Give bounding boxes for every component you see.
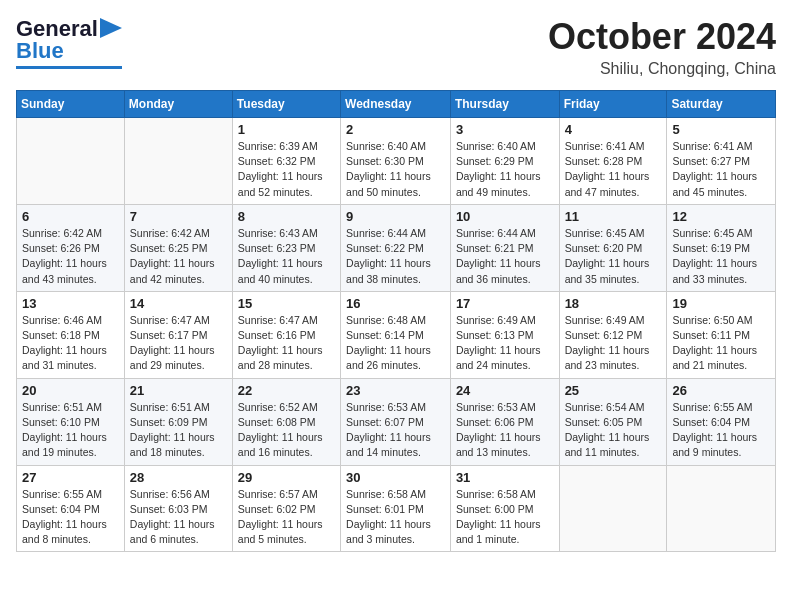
day-number: 29 bbox=[238, 470, 335, 485]
calendar-cell: 22Sunrise: 6:52 AM Sunset: 6:08 PM Dayli… bbox=[232, 378, 340, 465]
week-row-2: 6Sunrise: 6:42 AM Sunset: 6:26 PM Daylig… bbox=[17, 204, 776, 291]
day-detail: Sunrise: 6:52 AM Sunset: 6:08 PM Dayligh… bbox=[238, 400, 335, 461]
day-number: 18 bbox=[565, 296, 662, 311]
col-header-saturday: Saturday bbox=[667, 91, 776, 118]
day-detail: Sunrise: 6:46 AM Sunset: 6:18 PM Dayligh… bbox=[22, 313, 119, 374]
day-detail: Sunrise: 6:49 AM Sunset: 6:12 PM Dayligh… bbox=[565, 313, 662, 374]
calendar-cell: 7Sunrise: 6:42 AM Sunset: 6:25 PM Daylig… bbox=[124, 204, 232, 291]
week-row-4: 20Sunrise: 6:51 AM Sunset: 6:10 PM Dayli… bbox=[17, 378, 776, 465]
day-number: 16 bbox=[346, 296, 445, 311]
logo-underline bbox=[16, 66, 122, 69]
calendar-cell: 16Sunrise: 6:48 AM Sunset: 6:14 PM Dayli… bbox=[341, 291, 451, 378]
calendar-cell bbox=[667, 465, 776, 552]
day-detail: Sunrise: 6:39 AM Sunset: 6:32 PM Dayligh… bbox=[238, 139, 335, 200]
calendar-cell bbox=[559, 465, 667, 552]
calendar-cell: 23Sunrise: 6:53 AM Sunset: 6:07 PM Dayli… bbox=[341, 378, 451, 465]
day-detail: Sunrise: 6:51 AM Sunset: 6:09 PM Dayligh… bbox=[130, 400, 227, 461]
day-detail: Sunrise: 6:45 AM Sunset: 6:19 PM Dayligh… bbox=[672, 226, 770, 287]
calendar-cell: 1Sunrise: 6:39 AM Sunset: 6:32 PM Daylig… bbox=[232, 118, 340, 205]
calendar-cell: 28Sunrise: 6:56 AM Sunset: 6:03 PM Dayli… bbox=[124, 465, 232, 552]
day-detail: Sunrise: 6:58 AM Sunset: 6:01 PM Dayligh… bbox=[346, 487, 445, 548]
day-detail: Sunrise: 6:44 AM Sunset: 6:21 PM Dayligh… bbox=[456, 226, 554, 287]
day-detail: Sunrise: 6:49 AM Sunset: 6:13 PM Dayligh… bbox=[456, 313, 554, 374]
col-header-friday: Friday bbox=[559, 91, 667, 118]
day-detail: Sunrise: 6:55 AM Sunset: 6:04 PM Dayligh… bbox=[22, 487, 119, 548]
day-detail: Sunrise: 6:55 AM Sunset: 6:04 PM Dayligh… bbox=[672, 400, 770, 461]
day-detail: Sunrise: 6:50 AM Sunset: 6:11 PM Dayligh… bbox=[672, 313, 770, 374]
logo: General Blue bbox=[16, 16, 122, 69]
calendar-cell bbox=[17, 118, 125, 205]
day-number: 10 bbox=[456, 209, 554, 224]
day-number: 8 bbox=[238, 209, 335, 224]
day-number: 14 bbox=[130, 296, 227, 311]
calendar-cell: 25Sunrise: 6:54 AM Sunset: 6:05 PM Dayli… bbox=[559, 378, 667, 465]
calendar-cell: 8Sunrise: 6:43 AM Sunset: 6:23 PM Daylig… bbox=[232, 204, 340, 291]
week-row-5: 27Sunrise: 6:55 AM Sunset: 6:04 PM Dayli… bbox=[17, 465, 776, 552]
calendar-cell: 31Sunrise: 6:58 AM Sunset: 6:00 PM Dayli… bbox=[450, 465, 559, 552]
day-detail: Sunrise: 6:40 AM Sunset: 6:30 PM Dayligh… bbox=[346, 139, 445, 200]
logo-icon bbox=[100, 18, 122, 38]
day-detail: Sunrise: 6:47 AM Sunset: 6:17 PM Dayligh… bbox=[130, 313, 227, 374]
day-number: 1 bbox=[238, 122, 335, 137]
day-number: 15 bbox=[238, 296, 335, 311]
day-number: 12 bbox=[672, 209, 770, 224]
day-detail: Sunrise: 6:57 AM Sunset: 6:02 PM Dayligh… bbox=[238, 487, 335, 548]
day-number: 17 bbox=[456, 296, 554, 311]
calendar-cell: 6Sunrise: 6:42 AM Sunset: 6:26 PM Daylig… bbox=[17, 204, 125, 291]
calendar-cell: 5Sunrise: 6:41 AM Sunset: 6:27 PM Daylig… bbox=[667, 118, 776, 205]
day-detail: Sunrise: 6:58 AM Sunset: 6:00 PM Dayligh… bbox=[456, 487, 554, 548]
calendar-cell: 24Sunrise: 6:53 AM Sunset: 6:06 PM Dayli… bbox=[450, 378, 559, 465]
calendar-cell: 21Sunrise: 6:51 AM Sunset: 6:09 PM Dayli… bbox=[124, 378, 232, 465]
calendar-cell: 20Sunrise: 6:51 AM Sunset: 6:10 PM Dayli… bbox=[17, 378, 125, 465]
calendar-table: SundayMondayTuesdayWednesdayThursdayFrid… bbox=[16, 90, 776, 552]
calendar-cell: 13Sunrise: 6:46 AM Sunset: 6:18 PM Dayli… bbox=[17, 291, 125, 378]
calendar-cell: 15Sunrise: 6:47 AM Sunset: 6:16 PM Dayli… bbox=[232, 291, 340, 378]
col-header-monday: Monday bbox=[124, 91, 232, 118]
day-number: 22 bbox=[238, 383, 335, 398]
day-number: 25 bbox=[565, 383, 662, 398]
day-detail: Sunrise: 6:54 AM Sunset: 6:05 PM Dayligh… bbox=[565, 400, 662, 461]
day-detail: Sunrise: 6:40 AM Sunset: 6:29 PM Dayligh… bbox=[456, 139, 554, 200]
day-number: 9 bbox=[346, 209, 445, 224]
day-number: 27 bbox=[22, 470, 119, 485]
day-detail: Sunrise: 6:41 AM Sunset: 6:28 PM Dayligh… bbox=[565, 139, 662, 200]
calendar-cell: 2Sunrise: 6:40 AM Sunset: 6:30 PM Daylig… bbox=[341, 118, 451, 205]
day-number: 5 bbox=[672, 122, 770, 137]
day-number: 3 bbox=[456, 122, 554, 137]
day-number: 24 bbox=[456, 383, 554, 398]
calendar-cell: 29Sunrise: 6:57 AM Sunset: 6:02 PM Dayli… bbox=[232, 465, 340, 552]
calendar-cell bbox=[124, 118, 232, 205]
day-detail: Sunrise: 6:53 AM Sunset: 6:06 PM Dayligh… bbox=[456, 400, 554, 461]
calendar-cell: 26Sunrise: 6:55 AM Sunset: 6:04 PM Dayli… bbox=[667, 378, 776, 465]
day-detail: Sunrise: 6:43 AM Sunset: 6:23 PM Dayligh… bbox=[238, 226, 335, 287]
day-detail: Sunrise: 6:42 AM Sunset: 6:25 PM Dayligh… bbox=[130, 226, 227, 287]
location-title: Shiliu, Chongqing, China bbox=[548, 60, 776, 78]
month-title: October 2024 bbox=[548, 16, 776, 58]
calendar-cell: 3Sunrise: 6:40 AM Sunset: 6:29 PM Daylig… bbox=[450, 118, 559, 205]
svg-marker-0 bbox=[100, 18, 122, 38]
day-number: 23 bbox=[346, 383, 445, 398]
page-header: General Blue October 2024 Shiliu, Chongq… bbox=[16, 16, 776, 78]
calendar-cell: 27Sunrise: 6:55 AM Sunset: 6:04 PM Dayli… bbox=[17, 465, 125, 552]
day-number: 4 bbox=[565, 122, 662, 137]
col-header-sunday: Sunday bbox=[17, 91, 125, 118]
calendar-cell: 30Sunrise: 6:58 AM Sunset: 6:01 PM Dayli… bbox=[341, 465, 451, 552]
day-number: 31 bbox=[456, 470, 554, 485]
calendar-cell: 17Sunrise: 6:49 AM Sunset: 6:13 PM Dayli… bbox=[450, 291, 559, 378]
day-number: 19 bbox=[672, 296, 770, 311]
day-detail: Sunrise: 6:41 AM Sunset: 6:27 PM Dayligh… bbox=[672, 139, 770, 200]
calendar-cell: 19Sunrise: 6:50 AM Sunset: 6:11 PM Dayli… bbox=[667, 291, 776, 378]
calendar-cell: 10Sunrise: 6:44 AM Sunset: 6:21 PM Dayli… bbox=[450, 204, 559, 291]
day-number: 2 bbox=[346, 122, 445, 137]
day-number: 11 bbox=[565, 209, 662, 224]
calendar-cell: 14Sunrise: 6:47 AM Sunset: 6:17 PM Dayli… bbox=[124, 291, 232, 378]
day-detail: Sunrise: 6:47 AM Sunset: 6:16 PM Dayligh… bbox=[238, 313, 335, 374]
day-detail: Sunrise: 6:56 AM Sunset: 6:03 PM Dayligh… bbox=[130, 487, 227, 548]
day-number: 28 bbox=[130, 470, 227, 485]
col-header-thursday: Thursday bbox=[450, 91, 559, 118]
day-number: 7 bbox=[130, 209, 227, 224]
logo-blue: Blue bbox=[16, 38, 64, 64]
day-detail: Sunrise: 6:53 AM Sunset: 6:07 PM Dayligh… bbox=[346, 400, 445, 461]
calendar-cell: 9Sunrise: 6:44 AM Sunset: 6:22 PM Daylig… bbox=[341, 204, 451, 291]
calendar-cell: 4Sunrise: 6:41 AM Sunset: 6:28 PM Daylig… bbox=[559, 118, 667, 205]
